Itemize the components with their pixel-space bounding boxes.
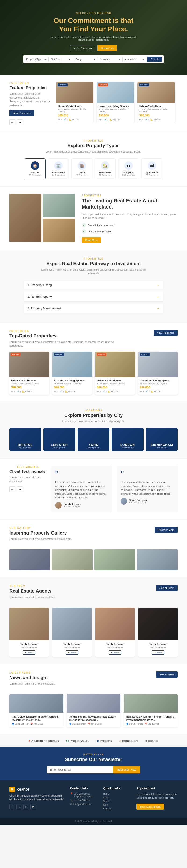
twitter-icon[interactable]: t [16, 804, 22, 809]
agent-photo [138, 608, 178, 640]
property-name: Luxurious Living Spaces [140, 379, 176, 382]
see-all-news-btn[interactable]: See All News [156, 672, 178, 678]
phone-text: +1 234 567 89 [74, 799, 89, 802]
list-item[interactable]: LEICSTER 14 Properties [43, 428, 75, 451]
next-arrow[interactable]: → [17, 119, 23, 125]
location-select[interactable]: Location [99, 58, 121, 61]
list-item[interactable]: For Rent Luxurious Living Spaces 45 Sunv… [52, 351, 92, 395]
property-image: For Rent [56, 82, 94, 103]
list-item[interactable]: 🏡 Townhouse 20 Properties [95, 158, 116, 179]
property-price: $90,000 [139, 114, 173, 117]
accordion-header-rental-property[interactable]: 2. Rental Property → [24, 292, 163, 302]
new-properties-btn[interactable]: New Properties [154, 330, 178, 336]
list-item[interactable]: YORK 20 Properties [78, 428, 109, 451]
feature-properties-title: Feature Properties [9, 86, 51, 90]
gallery-section: OUR GALLERY Inspiring Property Gallery L… [0, 520, 187, 578]
hero-welcome-label: WELCOME TO REALTOR [75, 12, 111, 14]
list-item[interactable]: Real Estate Explorer: Insider Trends & I… [9, 694, 63, 727]
agents-grid: Sarah Johnson Real Estate Agent Contact … [9, 608, 178, 657]
list-item[interactable]: 🏬 Office 20 Properties [71, 158, 92, 179]
list-item[interactable]: For Rent Urban Oasis Hom... 123 Sunview … [138, 82, 175, 123]
footer-link[interactable]: About [103, 796, 131, 799]
property-image: For Sale [95, 351, 135, 377]
list-item[interactable]: Insider Insight: Navigating Real Estate … [67, 694, 121, 727]
partner-icon: ⬡ [66, 739, 69, 743]
feature-view-btn[interactable]: View Properties [9, 110, 34, 116]
footer-link[interactable]: Service [103, 800, 131, 803]
view-properties-btn[interactable]: View Properties [70, 45, 95, 51]
linkedin-icon[interactable]: in [24, 804, 29, 809]
city-count: 20 Properties [87, 446, 100, 449]
property-types-title: Explore Property Types [9, 143, 178, 148]
list-item[interactable]: Real Estate Navigator: Insider Trends & … [124, 694, 178, 727]
accordion-header-property-listing[interactable]: 1. Property Listing → [24, 280, 163, 290]
list-item[interactable]: For Sale Urban Oasis Homes 123 Sunview A… [95, 351, 135, 395]
agent-contact-btn[interactable]: Contact [23, 650, 35, 655]
quote-icon: " [55, 469, 108, 479]
property-address: 123 Sunview Avenue, Cityville [11, 382, 47, 385]
list-item[interactable]: 🏙 Apartments 20 Properties [141, 158, 162, 179]
expert-title: Expert Real Estate: Pathway to Investmen… [9, 261, 178, 266]
property-meta: 🛏 4🚿 2📐 5671m² [140, 390, 176, 393]
list-item[interactable]: BRISTOL 18 Properties [9, 428, 41, 451]
list-item[interactable]: 🏠 Houses 20 Properties [25, 158, 46, 179]
brand-icon: R [9, 786, 15, 792]
footer-contact-title: Contact Info [70, 786, 98, 790]
budget-select[interactable]: Budget [75, 58, 96, 61]
see-all-team-btn[interactable]: See All Team [156, 585, 178, 591]
agents-desc: Lorem ipsum dolor sit amet consectetur. [9, 595, 55, 599]
list-item: ◆ Property [97, 739, 112, 743]
leading-image-2 [43, 194, 75, 217]
list-item[interactable]: BIRMINGHAM 13 Properties [146, 428, 178, 451]
agent-photo [96, 608, 135, 640]
testimonials-prev-btn[interactable]: ← [9, 486, 15, 492]
footer-link[interactable]: Blog [103, 804, 131, 806]
property-price: $90,000 [97, 386, 133, 389]
property-name: Luxurious Living Spaces [99, 105, 132, 107]
list-item[interactable]: For Sale Urban Oasis Homes 123 Sunview A… [9, 351, 49, 395]
testimonials-next-btn[interactable]: → [17, 486, 23, 492]
accordion-header-property-management[interactable]: 3. Property Management → [24, 304, 163, 313]
avatar [55, 502, 62, 508]
list-item: Sarah Johnson Real Estate Agent Contact [96, 608, 135, 657]
footer-link[interactable]: Home [103, 793, 131, 795]
contact-btn[interactable]: Contact Us [98, 45, 117, 51]
search-button[interactable]: Search [147, 57, 162, 62]
list-item[interactable]: For Sale Luxurious Living Spaces 45 Sunv… [97, 82, 134, 123]
prev-arrow[interactable]: ← [9, 119, 15, 125]
footer-link[interactable]: Contact [103, 807, 131, 810]
agent-contact-btn[interactable]: Contact [152, 650, 164, 655]
agent-contact-btn[interactable]: Contact [66, 650, 78, 655]
city-count: 14 Properties [53, 446, 66, 449]
agent-contact-btn[interactable]: Contact [109, 650, 121, 655]
address-icon: 📍 [70, 793, 73, 795]
amenities-select[interactable]: Amenities [124, 58, 146, 61]
newsletter-subscribe-btn[interactable]: Subscribe Now [113, 766, 140, 773]
list-item[interactable]: 🏢 Apartments 20 Properties [48, 158, 69, 179]
newsletter-email-input[interactable] [47, 766, 113, 773]
read-more-btn[interactable]: Read More [82, 237, 101, 243]
property-type-select[interactable]: Property Type [25, 58, 47, 61]
type-name: Apartments [52, 171, 65, 174]
property-types-section: PROPERTIES Explore Property Types Lorem … [0, 132, 187, 186]
feature-properties-list: For Rent Urban Oasis Homes 123 Sunview A… [56, 82, 178, 123]
list-item: ✓ Unique 187 Turnpike [82, 229, 178, 234]
news-section: LATEST NEWS News and Insight Lorem ipsum… [0, 664, 187, 734]
book-appointment-btn[interactable]: Book Appointment [136, 804, 163, 810]
type-icon: 🏠 [31, 161, 39, 170]
opt-rent-select[interactable]: Opt Rent [50, 58, 72, 61]
property-badge: For Rent [54, 353, 64, 356]
accordion-item: 3. Property Management → [24, 304, 163, 313]
gallery-image [95, 549, 135, 570]
accordion-arrow: → [156, 295, 160, 299]
type-name: Townhouse [99, 171, 112, 174]
list-item[interactable]: 🏘 Bungalow 20 Properties [118, 158, 139, 179]
list-item[interactable]: For Rent Urban Oasis Homes 123 Sunview A… [56, 82, 94, 123]
list-item[interactable]: For Rent Luxurious Living Spaces 45 Sunv… [138, 351, 178, 395]
youtube-icon[interactable]: ▶ [30, 804, 36, 809]
facebook-icon[interactable]: f [9, 804, 15, 809]
agent-role: Real Estate Agent [98, 646, 132, 649]
discover-more-btn[interactable]: Discover More [154, 527, 178, 533]
accordion-title: 1. Property Listing [27, 283, 52, 287]
list-item[interactable]: LONDON 25 Properties [112, 428, 144, 451]
